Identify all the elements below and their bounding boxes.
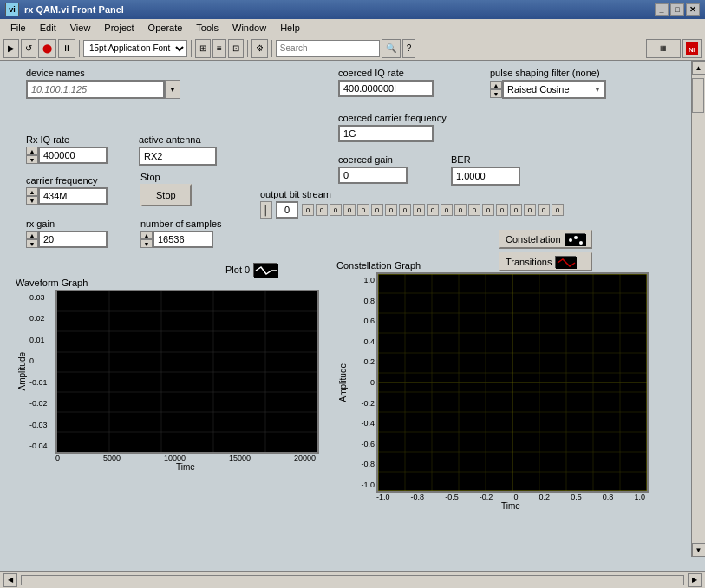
scroll-up-button[interactable]: ▲ [692, 61, 706, 75]
waveform-y-axis-label: Amplitude [17, 352, 27, 390]
samples-increment-btn[interactable]: ▲ [140, 231, 153, 239]
pause-button[interactable]: ⏸ [58, 39, 75, 58]
number-of-samples-control: ▲ ▼ 16536 [140, 231, 222, 248]
waveform-graph[interactable] [55, 290, 319, 454]
distribute-button[interactable]: ≡ [212, 39, 226, 58]
help-button[interactable]: ? [402, 39, 416, 58]
scroll-track[interactable] [692, 75, 706, 543]
app-icon: vi [5, 3, 19, 16]
menu-view[interactable]: View [63, 21, 98, 35]
rx-iq-rate-value[interactable]: 400000 [38, 147, 108, 164]
plot0-label: Plot 0 [225, 265, 250, 275]
ni-logo: NI [682, 39, 702, 58]
separator1 [79, 40, 80, 57]
rx-iq-rate-decrement-btn[interactable]: ▼ [26, 155, 38, 164]
device-names-dropdown-btn[interactable]: ▼ [165, 80, 180, 99]
constellation-icon [565, 233, 585, 245]
rx-iq-rate-label: Rx IQ rate [26, 134, 108, 145]
number-of-samples-value[interactable]: 16536 [153, 231, 213, 248]
stop-label: Stop [140, 172, 192, 182]
menu-tools[interactable]: Tools [189, 21, 225, 35]
svg-point-4 [574, 236, 578, 239]
menu-window[interactable]: Window [225, 21, 273, 35]
bit-stream-slider[interactable]: │ [260, 201, 272, 219]
waveform-x-ticks: 0 5000 10000 15000 20000 [55, 454, 316, 462]
device-names-control: 10.100.1.125 ▼ [26, 80, 180, 99]
pulse-shaping-decrement-btn[interactable]: ▼ [490, 89, 502, 98]
bit-16: 0 [524, 204, 536, 216]
menu-file[interactable]: File [3, 21, 33, 35]
constellation-graph[interactable] [376, 272, 649, 493]
menu-bar: File Edit View Project Operate Tools Win… [0, 19, 705, 36]
tools-button[interactable]: ⚙ [251, 39, 268, 58]
number-of-samples-label: number of samples [140, 219, 222, 229]
scroll-thumb[interactable] [692, 78, 704, 113]
rx-gain-value[interactable]: 20 [38, 231, 108, 248]
abort-button[interactable]: ⬤ [38, 39, 56, 58]
carrier-frequency-control: ▲ ▼ 434M [26, 187, 108, 205]
constellation-x-ticks: -1.0 -0.8 -0.5 -0.2 0 0.2 0.5 0.8 1.0 [376, 493, 645, 501]
constellation-button[interactable]: Constellation [499, 230, 592, 249]
bit-15: 0 [510, 204, 522, 216]
resize-button[interactable]: ⊡ [228, 39, 244, 58]
align-button[interactable]: ⊞ [195, 39, 211, 58]
bit-stream-value: 0 [276, 201, 298, 219]
carrier-frequency-value[interactable]: 434M [38, 187, 108, 205]
constellation-graph-label: Constellation Graph [336, 260, 649, 271]
carrier-freq-decrement-btn[interactable]: ▼ [26, 196, 38, 205]
window-title: rx QAM.vi Front Panel [24, 4, 124, 15]
run-continuous-button[interactable]: ↺ [21, 39, 36, 58]
samples-decrement-btn[interactable]: ▼ [140, 239, 153, 248]
pulse-shaping-filter-dropdown[interactable]: Raised Cosine ▼ [502, 80, 606, 99]
scroll-down-button[interactable]: ▼ [692, 543, 706, 557]
scroll-right-button[interactable]: ▶ [688, 573, 702, 587]
close-button[interactable]: ✕ [686, 3, 700, 16]
menu-help[interactable]: Help [273, 21, 307, 35]
run-arrow-button[interactable]: ▶ [3, 39, 19, 58]
pulse-shaping-filter-label: pulse shaping filter (none) [490, 68, 606, 78]
pulse-shaping-increment-btn[interactable]: ▲ [490, 81, 502, 89]
horizontal-scrollbar[interactable] [21, 575, 684, 585]
stop-button[interactable]: Stop [140, 184, 192, 206]
waveform-graph-label: Waveform Graph [16, 278, 319, 288]
output-bit-stream-label: output bit stream [260, 189, 564, 199]
pulse-shaping-filter-control: ▲ ▼ Raised Cosine ▼ [490, 80, 606, 99]
coerced-carrier-freq-value: 1G [338, 125, 434, 142]
separator4 [271, 40, 272, 57]
coerced-gain-label: coerced gain [338, 154, 408, 165]
svg-point-5 [579, 241, 583, 245]
rx-iq-rate-increment-btn[interactable]: ▲ [26, 147, 38, 155]
bit-4: 0 [357, 204, 369, 216]
coerced-carrier-freq-label: coerced carrier frequency [338, 113, 447, 123]
waveform-y-ticks: 0.03 0.02 0.01 0 -0.01 -0.02 -0.03 -0.04 [28, 290, 55, 454]
scroll-left-button[interactable]: ◀ [3, 573, 17, 587]
menu-edit[interactable]: Edit [33, 21, 63, 35]
menu-project[interactable]: Project [97, 21, 140, 35]
bit-14: 0 [496, 204, 508, 216]
active-antenna-label: active antenna [139, 134, 217, 145]
device-names-input[interactable]: 10.100.1.125 [26, 80, 165, 99]
search-input[interactable] [276, 40, 380, 57]
title-bar: vi rx QAM.vi Front Panel _ □ ✕ [0, 0, 705, 19]
bit-10: 0 [441, 204, 453, 216]
bit-13: 0 [482, 204, 494, 216]
maximize-button[interactable]: □ [670, 3, 684, 16]
constellation-y-axis-label: Amplitude [338, 363, 348, 402]
waveform-graph-container: Amplitude 0.03 0.02 0.01 0 -0.01 -0.02 -… [16, 290, 319, 454]
control-panel: device names 10.100.1.125 ▼ coerced IQ r… [0, 61, 691, 571]
search-icon-button[interactable]: 🔍 [382, 39, 401, 58]
plot0-icon [253, 263, 277, 277]
carrier-freq-increment-btn[interactable]: ▲ [26, 187, 38, 196]
rx-gain-increment-btn[interactable]: ▲ [26, 231, 38, 239]
rx-gain-decrement-btn[interactable]: ▼ [26, 239, 38, 248]
main-content: device names 10.100.1.125 ▼ coerced IQ r… [0, 61, 705, 571]
rx-gain-label: rx gain [26, 219, 108, 229]
coerced-gain-value: 0 [338, 167, 408, 184]
font-select[interactable]: 15pt Application Font [83, 40, 187, 57]
coerced-iq-rate-value: 400.000000I [338, 80, 434, 97]
minimize-button[interactable]: _ [655, 3, 669, 16]
active-antenna-value[interactable]: RX2 [139, 147, 217, 166]
menu-operate[interactable]: Operate [141, 21, 190, 35]
bit-12: 0 [468, 204, 480, 216]
ni-grid-icon: ▦ [646, 39, 681, 58]
